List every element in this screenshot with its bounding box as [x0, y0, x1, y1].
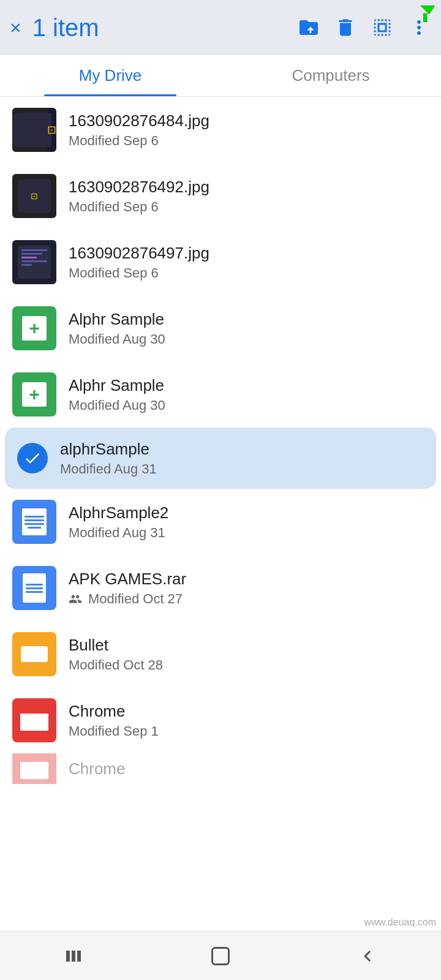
shared-icon	[69, 592, 82, 606]
file-name: 1630902876484.jpg	[69, 111, 429, 130]
docs-icon	[12, 500, 56, 544]
svg-rect-2	[66, 951, 70, 962]
file-meta: Modified Oct 28	[69, 657, 429, 673]
toolbar-icons	[296, 15, 431, 40]
file-meta: Modified Oct 27	[69, 591, 429, 607]
selection-indicator	[17, 443, 48, 473]
file-meta: Modified Sep 6	[69, 199, 429, 215]
file-info: Alphr Sample Modified Aug 30	[69, 310, 429, 347]
chrome-icon	[12, 698, 56, 742]
nav-back-button[interactable]	[343, 938, 392, 974]
file-info: 1630902876484.jpg Modified Sep 6	[69, 111, 429, 149]
select-all-icon[interactable]	[370, 15, 394, 40]
file-icon	[12, 566, 56, 610]
svg-rect-5	[213, 948, 229, 964]
nav-home-button[interactable]	[196, 938, 245, 974]
file-name: Alphr Sample	[69, 376, 429, 395]
file-name: Chrome	[69, 702, 429, 721]
file-info: AlphrSample2 Modified Aug 31	[69, 503, 429, 541]
more-options-icon[interactable]	[407, 15, 431, 40]
list-item[interactable]: + Alphr Sample Modified Aug 30	[0, 361, 441, 428]
file-meta: Modified Aug 31	[69, 525, 429, 541]
file-info: alphrSample Modified Aug 31	[60, 440, 424, 477]
list-item[interactable]: ⊡ 1630902876492.jpg Modified Sep 6	[0, 163, 441, 229]
file-name: AlphrSample2	[69, 503, 429, 522]
bottom-navigation	[0, 931, 441, 980]
tab-computers[interactable]: Computers	[221, 55, 441, 96]
file-meta: Modified Aug 30	[69, 331, 429, 347]
file-info: Bullet Modified Oct 28	[69, 636, 429, 673]
file-name: APK GAMES.rar	[69, 570, 429, 589]
file-info: 1630902876497.jpg Modified Sep 6	[69, 244, 429, 281]
list-item[interactable]: APK GAMES.rar Modified Oct 27	[0, 555, 441, 621]
file-name: alphrSample	[60, 440, 424, 459]
move-icon[interactable]	[296, 15, 321, 40]
file-name: 1630902876492.jpg	[69, 178, 429, 197]
file-name: Alphr Sample	[69, 310, 429, 329]
close-button[interactable]: ×	[10, 18, 21, 37]
svg-marker-0	[421, 6, 435, 15]
file-info: 1630902876492.jpg Modified Sep 6	[69, 178, 429, 215]
sheets-icon: +	[12, 372, 56, 417]
file-name: 1630902876497.jpg	[69, 244, 429, 263]
file-meta: Modified Sep 1	[69, 723, 429, 739]
file-meta: Modified Aug 31	[60, 461, 424, 477]
delete-icon[interactable]	[333, 15, 358, 40]
sheets-icon: +	[12, 306, 56, 350]
list-item[interactable]: Bullet Modified Oct 28	[0, 621, 441, 687]
nav-recent-button[interactable]	[49, 938, 98, 974]
list-item[interactable]: 1630902876497.jpg Modified Sep 6	[0, 229, 441, 295]
svg-rect-3	[72, 951, 75, 962]
list-item[interactable]: Chrome Modified Sep 1	[0, 687, 441, 753]
file-meta: Modified Sep 6	[69, 133, 429, 149]
list-item[interactable]: ⊡ 1630902876484.jpg Modified Sep 6	[0, 97, 441, 163]
list-item[interactable]: AlphrSample2 Modified Aug 31	[0, 489, 441, 555]
tab-my-drive[interactable]: My Drive	[0, 55, 221, 96]
tabs-bar: My Drive Computers	[0, 55, 441, 97]
file-meta: Modified Sep 6	[69, 265, 429, 281]
file-info: Chrome Modified Sep 1	[69, 702, 429, 739]
list-item[interactable]: alphrSample Modified Aug 31	[5, 428, 436, 489]
top-action-bar: × 1 item	[0, 0, 441, 55]
svg-rect-4	[77, 951, 81, 962]
file-thumbnail: ⊡	[12, 108, 56, 152]
file-name: Bullet	[69, 636, 429, 655]
bullet-icon	[12, 632, 56, 676]
file-meta: Modified Aug 30	[69, 398, 429, 413]
list-item[interactable]: + Alphr Sample Modified Aug 30	[0, 295, 441, 361]
file-info: APK GAMES.rar Modified Oct 27	[69, 570, 429, 607]
file-info: Alphr Sample Modified Aug 30	[69, 376, 429, 413]
watermark: www.deuaq.com	[364, 917, 436, 928]
bottom-fade: Chrome	[0, 753, 441, 784]
file-list: ⊡ 1630902876484.jpg Modified Sep 6 ⊡ 163…	[0, 97, 441, 845]
selection-count: 1 item	[32, 14, 296, 42]
